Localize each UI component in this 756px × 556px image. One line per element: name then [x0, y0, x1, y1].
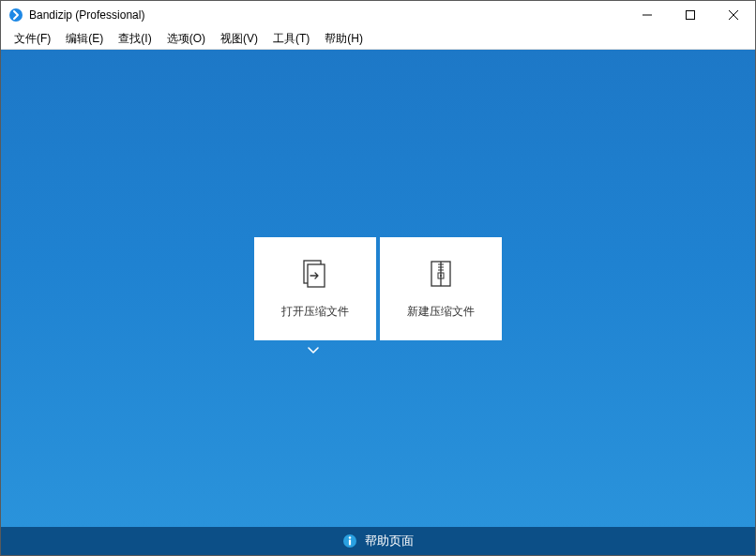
svg-rect-16 — [349, 540, 351, 546]
action-cards: 打开压缩文件 新建压缩文件 — [254, 237, 502, 340]
open-archive-icon — [298, 257, 332, 291]
statusbar[interactable]: 帮助页面 — [1, 527, 755, 555]
app-icon — [8, 8, 23, 23]
svg-point-0 — [9, 8, 23, 22]
svg-point-13 — [440, 275, 442, 277]
open-archive-card[interactable]: 打开压缩文件 — [254, 237, 376, 340]
window-title: Bandizip (Professional) — [29, 8, 144, 22]
info-icon — [342, 533, 357, 548]
menu-options[interactable]: 选项(O) — [159, 29, 213, 49]
new-archive-card[interactable]: 新建压缩文件 — [380, 237, 502, 340]
menubar: 文件(F) 编辑(E) 查找(I) 选项(O) 视图(V) 工具(T) 帮助(H… — [1, 29, 755, 50]
new-archive-label: 新建压缩文件 — [407, 304, 475, 320]
menu-tools[interactable]: 工具(T) — [265, 29, 317, 49]
svg-point-15 — [349, 536, 351, 538]
menu-help[interactable]: 帮助(H) — [317, 29, 370, 49]
open-archive-dropdown[interactable] — [301, 342, 325, 359]
open-archive-label: 打开压缩文件 — [281, 304, 349, 320]
new-archive-icon — [424, 257, 458, 291]
svg-rect-2 — [687, 11, 695, 20]
statusbar-help-label: 帮助页面 — [365, 533, 414, 549]
app-window: Bandizip (Professional) 文件(F) 编辑(E) 查找(I… — [0, 0, 756, 556]
menu-file[interactable]: 文件(F) — [7, 29, 58, 49]
chevron-down-icon — [307, 346, 320, 355]
menu-view[interactable]: 视图(V) — [213, 29, 265, 49]
titlebar: Bandizip (Professional) — [1, 1, 755, 29]
menu-find[interactable]: 查找(I) — [111, 29, 159, 49]
minimize-button[interactable] — [626, 1, 669, 29]
menu-edit[interactable]: 编辑(E) — [58, 29, 111, 49]
maximize-button[interactable] — [669, 1, 712, 29]
window-controls — [626, 1, 755, 29]
close-button[interactable] — [712, 1, 755, 29]
main-content: 打开压缩文件 新建压缩文件 — [1, 50, 755, 527]
